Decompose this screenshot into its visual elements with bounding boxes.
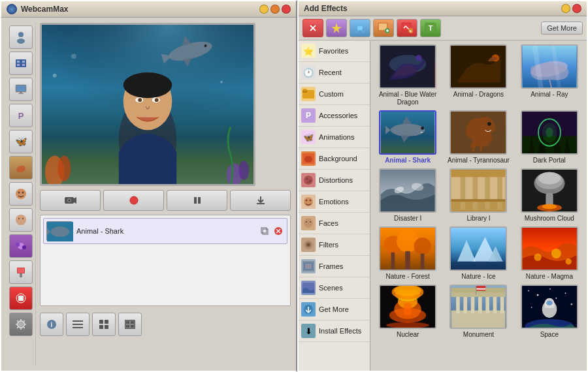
- svg-rect-183: [486, 295, 490, 313]
- effect-item-space[interactable]: Space: [516, 285, 583, 339]
- filters-icon: [301, 238, 316, 252]
- effect-item-magma[interactable]: Nature - Magma: [516, 226, 583, 281]
- effects-icon-btn[interactable]: [9, 234, 33, 258]
- face-icon-btn[interactable]: [9, 182, 33, 206]
- svg-point-125: [421, 127, 424, 130]
- svg-rect-186: [451, 292, 506, 297]
- info-button[interactable]: i: [40, 313, 63, 336]
- effect-item-mushroom-cloud[interactable]: Mushroom Cloud: [516, 168, 583, 223]
- effect-item-tyrannosaur[interactable]: Animal - Tyrannosaur: [445, 110, 512, 164]
- svg-rect-139: [461, 176, 466, 209]
- effect-item-library[interactable]: Library I: [445, 168, 512, 223]
- effect-img-mushroom-cloud: [521, 168, 578, 213]
- cat-filters[interactable]: Filters: [299, 234, 370, 256]
- remove-effect-btn[interactable]: [272, 225, 284, 237]
- fairy-btn[interactable]: [350, 19, 370, 37]
- film-strip-button[interactable]: [118, 313, 142, 336]
- svg-rect-143: [451, 170, 506, 177]
- effects-grid-container[interactable]: Animal - Blue Water Dragon Animal - Drag…: [370, 40, 587, 371]
- svg-rect-185: [500, 295, 504, 313]
- svg-rect-140: [473, 176, 478, 209]
- leaf-icon-btn[interactable]: [9, 156, 33, 179]
- cat-install-effects[interactable]: ⬇ Install Effects: [299, 320, 370, 342]
- stop-icon-btn[interactable]: [9, 287, 33, 310]
- svg-point-100: [304, 219, 313, 228]
- effect-item-nuclear[interactable]: Nuclear: [374, 285, 441, 339]
- close-button-left[interactable]: [282, 5, 291, 14]
- distortions-icon: [301, 173, 316, 187]
- window-buttons-left: [259, 5, 291, 14]
- effect-item-ray[interactable]: Animal - Ray: [516, 44, 583, 106]
- svg-rect-66: [73, 320, 83, 322]
- svg-rect-158: [421, 254, 425, 270]
- cat-accessories[interactable]: P Accessories: [299, 105, 370, 127]
- close-button-right[interactable]: [572, 4, 581, 13]
- effect-label-ice: Nature - Ice: [461, 273, 495, 281]
- svg-point-94: [304, 176, 313, 185]
- cat-animations[interactable]: 🦋 Animations: [299, 127, 370, 148]
- svg-point-37: [238, 161, 249, 179]
- edit-effect-btn[interactable]: [397, 19, 417, 37]
- p-icon-btn[interactable]: P: [9, 104, 33, 127]
- screen-icon-btn[interactable]: [9, 78, 33, 101]
- face2-icon-btn[interactable]: [9, 208, 33, 232]
- person-icon-btn[interactable]: [9, 25, 33, 49]
- cat-distortions[interactable]: Distortions: [299, 170, 370, 191]
- effect-label-mushroom-cloud: Mushroom Cloud: [525, 215, 574, 223]
- cat-emotions[interactable]: Emotions: [299, 191, 370, 213]
- effect-label-blue-water-dragon: Animal - Blue Water Dragon: [374, 91, 441, 106]
- cat-favorites[interactable]: ⭐ Favorites: [299, 40, 370, 62]
- effect-label-tyrannosaur: Animal - Tyrannosaur: [448, 157, 510, 164]
- camera-button[interactable]: [40, 190, 101, 211]
- svg-point-45: [123, 72, 172, 98]
- add-effect-btn[interactable]: [373, 19, 394, 37]
- effect-img-monument: [449, 285, 507, 329]
- list-button[interactable]: [66, 313, 90, 336]
- svg-point-127: [488, 122, 492, 126]
- effect-item-disaster[interactable]: Disaster I: [374, 168, 441, 223]
- app-icon: [7, 4, 17, 14]
- download-button[interactable]: [230, 190, 291, 211]
- recent-icon: 🕐: [301, 65, 316, 80]
- effect-item-ice[interactable]: Nature - Ice: [445, 226, 512, 281]
- svg-point-48: [138, 98, 142, 102]
- close-effects-btn[interactable]: [302, 19, 323, 37]
- wizard-btn[interactable]: [326, 19, 347, 37]
- effect-thumbnail: [46, 221, 73, 241]
- svg-rect-72: [105, 325, 108, 329]
- grid-button[interactable]: [92, 313, 116, 336]
- cat-scenes-label: Scenes: [319, 284, 343, 292]
- cat-faces[interactable]: Faces: [299, 213, 370, 234]
- effects-toolbar: T Get More: [299, 16, 587, 40]
- svg-point-151: [542, 204, 557, 209]
- minimize-button-left[interactable]: [259, 5, 269, 14]
- cat-get-more[interactable]: Get More: [299, 299, 370, 320]
- svg-text:i: i: [51, 321, 53, 328]
- effect-item-dragons[interactable]: Animal - Dragons: [445, 44, 512, 106]
- bottom-side-buttons: i: [40, 313, 291, 336]
- effect-item-dark-portal[interactable]: Dark Portal: [516, 110, 583, 164]
- record-button[interactable]: [103, 190, 164, 211]
- film-icon-btn[interactable]: [9, 52, 33, 75]
- cat-scenes[interactable]: Scenes: [299, 277, 370, 299]
- get-more-button[interactable]: Get More: [541, 22, 583, 35]
- effect-item-monument[interactable]: Monument: [445, 285, 512, 339]
- cat-background[interactable]: Background: [299, 148, 370, 170]
- cat-recent[interactable]: 🕐 Recent: [299, 62, 370, 84]
- text-effect-btn[interactable]: T: [420, 19, 441, 37]
- effect-item-shark[interactable]: Animal - Shark: [374, 110, 441, 164]
- svg-point-14: [22, 192, 24, 194]
- minimize-button-right[interactable]: [561, 4, 570, 13]
- effect-item-forest[interactable]: Nature - Forest: [374, 226, 441, 281]
- cat-custom[interactable]: Custom: [299, 84, 370, 105]
- copy-effect-btn[interactable]: [259, 225, 270, 237]
- pause-button[interactable]: [167, 190, 227, 211]
- effect-img-shark: [379, 110, 436, 155]
- gear-icon-btn[interactable]: [9, 313, 33, 336]
- cat-frames[interactable]: Frames: [299, 256, 370, 277]
- svg-point-49: [155, 98, 159, 102]
- maximize-button-left[interactable]: [270, 5, 280, 14]
- paint-icon-btn[interactable]: [9, 260, 33, 284]
- butterfly-icon-btn[interactable]: 🦋: [9, 130, 33, 153]
- effect-item-blue-water-dragon[interactable]: Animal - Blue Water Dragon: [374, 44, 441, 106]
